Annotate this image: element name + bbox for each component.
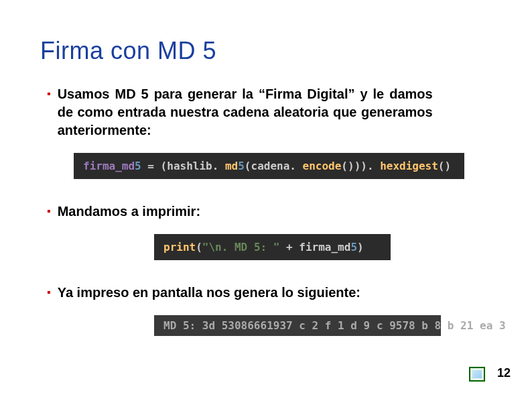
code-token: 5	[238, 160, 245, 172]
bullet-item-2: ▪ Mandamos a imprimir:	[40, 203, 492, 221]
code-token: .	[289, 160, 302, 172]
code-token: firma_md	[83, 160, 135, 172]
code-token: hexdigest	[380, 160, 438, 172]
code-token: (	[161, 160, 168, 172]
bullet-item-1: ▪ Usamos MD 5 para generar la “Firma Dig…	[40, 85, 492, 139]
bullet-text: Mandamos a imprimir:	[58, 203, 200, 221]
bullet-icon: ▪	[47, 285, 51, 300]
code-token: .	[212, 160, 225, 172]
bullet-text: Ya impreso en pantalla nos genera lo sig…	[58, 284, 360, 302]
footer-logo-icon	[469, 367, 485, 382]
code-token: encode	[303, 160, 342, 172]
code-token: firma_md	[299, 241, 350, 253]
code-token: "\n. MD 5: "	[202, 241, 280, 253]
slide-title: Firma con MD 5	[40, 37, 492, 65]
output-block: MD 5: 3d 53086661937 c 2 f 1 d 9 c 9578 …	[154, 315, 441, 336]
code-token: ()	[438, 160, 451, 172]
code-token: =	[141, 160, 161, 172]
code-token: md	[225, 160, 238, 172]
code-token: 5	[350, 241, 357, 253]
code-token: hashlib	[167, 160, 212, 172]
code-token: (	[196, 241, 202, 253]
bullet-item-3: ▪ Ya impreso en pantalla nos genera lo s…	[40, 284, 492, 302]
code-token: 5	[135, 160, 141, 172]
bullet-text: Usamos MD 5 para generar la “Firma Digit…	[58, 85, 433, 139]
code-token: +	[279, 241, 299, 253]
code-block-2: print("\n. MD 5: " + firma_md5)	[154, 234, 391, 260]
code-token: .	[367, 160, 380, 172]
page-number: 12	[497, 366, 511, 380]
code-token: (	[245, 160, 251, 172]
code-token: ()))	[341, 160, 367, 172]
code-token: cadena	[251, 160, 290, 172]
bullet-icon: ▪	[47, 204, 51, 219]
code-token: )	[357, 241, 364, 253]
code-token: print	[163, 241, 196, 253]
bullet-icon: ▪	[47, 87, 51, 101]
slide: Firma con MD 5 ▪ Usamos MD 5 para genera…	[0, 0, 532, 336]
code-block-1: firma_md5 = (hashlib. md5(cadena. encode…	[74, 153, 464, 179]
